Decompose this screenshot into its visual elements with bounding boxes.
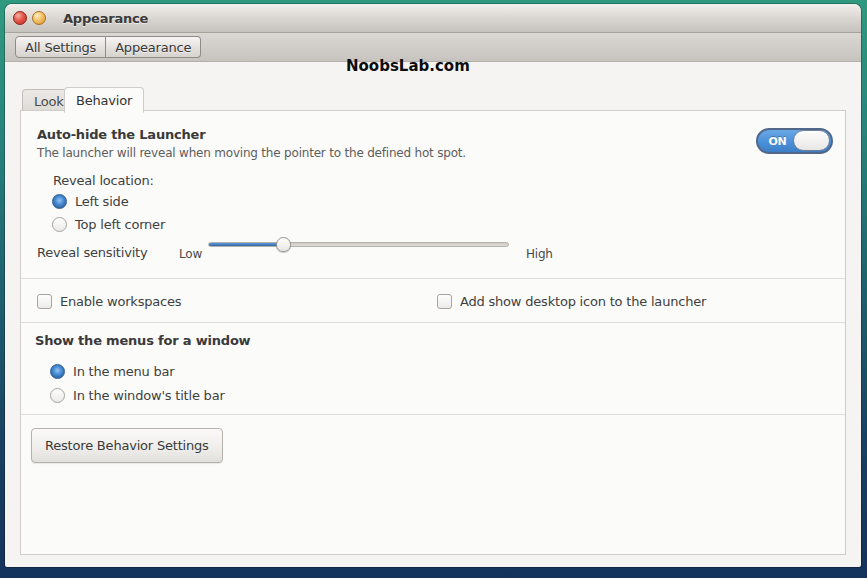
titlebar: Appearance bbox=[5, 4, 861, 33]
radio-top-left-corner[interactable]: Top left corner bbox=[52, 215, 165, 233]
radio-icon[interactable] bbox=[50, 388, 65, 403]
page-background: Appearance All Settings Appearance Noobs… bbox=[0, 0, 867, 578]
radio-icon[interactable] bbox=[52, 217, 67, 232]
autohide-description: The launcher will reveal when moving the… bbox=[37, 146, 466, 160]
close-icon[interactable] bbox=[13, 11, 27, 25]
reveal-sensitivity-slider[interactable] bbox=[208, 242, 509, 247]
divider bbox=[21, 278, 845, 279]
reveal-sensitivity-fill bbox=[209, 243, 284, 246]
toggle-on-label: ON bbox=[758, 135, 797, 148]
tab-behavior[interactable]: Behavior bbox=[64, 87, 144, 113]
checkbox-label: Enable workspaces bbox=[60, 294, 181, 309]
menus-section-title: Show the menus for a window bbox=[35, 333, 250, 348]
checkbox-icon[interactable] bbox=[37, 294, 52, 309]
behavior-panel: Auto-hide the Launcher The launcher will… bbox=[20, 110, 846, 555]
slider-low-label: Low bbox=[179, 247, 202, 261]
divider bbox=[21, 414, 845, 415]
radio-window-title-bar[interactable]: In the window's title bar bbox=[50, 386, 225, 404]
autohide-toggle[interactable]: ON bbox=[756, 128, 833, 154]
noobslab-watermark: NoobsLab.com bbox=[346, 57, 470, 75]
checkbox-label: Add show desktop icon to the launcher bbox=[460, 294, 706, 309]
all-settings-button[interactable]: All Settings bbox=[15, 36, 106, 58]
radio-label: In the menu bar bbox=[73, 364, 175, 379]
radio-label: Top left corner bbox=[75, 217, 165, 232]
divider bbox=[21, 322, 845, 323]
autohide-title: Auto-hide the Launcher bbox=[37, 127, 205, 142]
radio-left-side[interactable]: Left side bbox=[52, 192, 128, 210]
minimize-icon[interactable] bbox=[32, 11, 46, 25]
window-title: Appearance bbox=[63, 11, 148, 26]
reveal-sensitivity-label: Reveal sensitivity bbox=[37, 245, 147, 260]
checkbox-enable-workspaces[interactable]: Enable workspaces bbox=[37, 292, 181, 310]
appearance-breadcrumb-button[interactable]: Appearance bbox=[106, 36, 201, 58]
checkbox-show-desktop-icon[interactable]: Add show desktop icon to the launcher bbox=[437, 292, 706, 310]
radio-menu-bar[interactable]: In the menu bar bbox=[50, 362, 175, 380]
breadcrumb: All Settings Appearance bbox=[15, 36, 201, 58]
reveal-location-label: Reveal location: bbox=[53, 173, 154, 188]
appearance-window: Appearance All Settings Appearance Noobs… bbox=[5, 4, 861, 567]
checkbox-icon[interactable] bbox=[437, 294, 452, 309]
radio-label: In the window's title bar bbox=[73, 388, 225, 403]
toggle-knob[interactable] bbox=[793, 130, 830, 151]
radio-icon[interactable] bbox=[50, 364, 65, 379]
radio-icon[interactable] bbox=[52, 194, 67, 209]
restore-behavior-settings-button[interactable]: Restore Behavior Settings bbox=[31, 428, 223, 463]
reveal-sensitivity-knob[interactable] bbox=[276, 237, 291, 252]
radio-label: Left side bbox=[75, 194, 128, 209]
slider-high-label: High bbox=[526, 247, 553, 261]
